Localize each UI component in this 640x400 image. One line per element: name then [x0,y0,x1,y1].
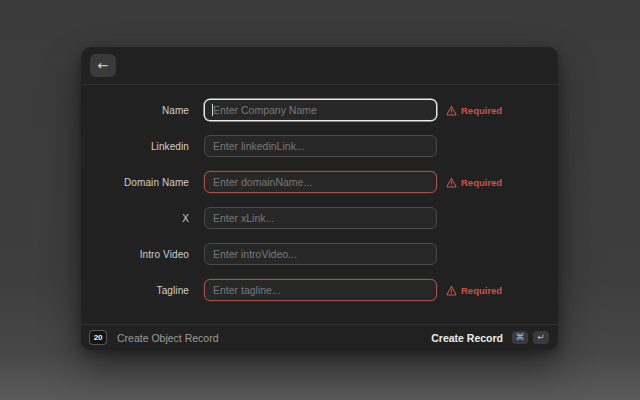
form-row-linkedin: Linkedin [81,135,558,157]
name-input-wrap [204,99,437,121]
desktop-background: ← Name Required [0,0,640,400]
command-title: Create Object Record [117,332,219,344]
form-row-tagline: Tagline Required [81,279,558,301]
twenty-app-logo: 20 [89,330,107,345]
create-record-window: ← Name Required [81,47,558,350]
required-label: Required [461,177,502,188]
linkedin-input-wrap [204,135,437,157]
required-label: Required [461,105,502,116]
field-label: Linkedin [81,141,189,152]
form-row-name: Name Required [81,99,558,121]
tagline-input-wrap [204,279,437,301]
intro-video-input-wrap [204,243,437,265]
x-input[interactable] [204,207,437,229]
window-footer: 20 Create Object Record Create Record ⌘ … [81,324,558,350]
warning-icon [446,177,457,188]
required-badge: Required [446,285,502,296]
text-caret [212,104,213,116]
field-label: Tagline [81,285,189,296]
window-header: ← [81,47,558,85]
back-arrow-icon: ← [98,58,109,73]
name-input[interactable] [204,99,437,121]
warning-icon [446,285,457,296]
required-badge: Required [446,105,502,116]
linkedin-input[interactable] [204,135,437,157]
domain-name-input-wrap [204,171,437,193]
form-row-intro-video: Intro Video [81,243,558,265]
warning-icon [446,105,457,116]
x-input-wrap [204,207,437,229]
create-record-action[interactable]: Create Record [431,332,503,344]
field-label: X [81,213,189,224]
required-badge: Required [446,177,502,188]
form: Name Required Linkedin [81,85,558,324]
footer-left: 20 Create Object Record [89,330,219,345]
required-label: Required [461,285,502,296]
back-button[interactable]: ← [90,54,116,77]
return-key-icon: ↵ [533,331,549,344]
field-label: Intro Video [81,249,189,260]
domain-name-input[interactable] [204,171,437,193]
intro-video-input[interactable] [204,243,437,265]
tagline-input[interactable] [204,279,437,301]
command-key-icon: ⌘ [512,331,528,344]
field-label: Name [81,105,189,116]
footer-right: Create Record ⌘ ↵ [431,331,549,344]
form-row-x: X [81,207,558,229]
field-label: Domain Name [81,177,189,188]
form-row-domain-name: Domain Name Required [81,171,558,193]
